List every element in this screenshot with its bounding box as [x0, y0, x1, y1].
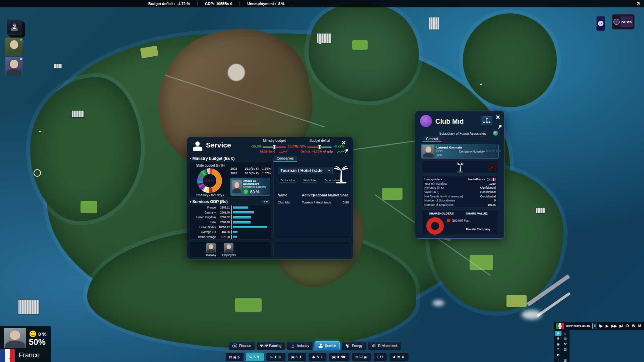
map-mode-icon[interactable]: ⚒	[562, 342, 569, 347]
map-marker-plus[interactable]: +	[319, 41, 321, 46]
close-icon[interactable]: ×	[341, 139, 346, 146]
map-mode-icon[interactable]: ◉	[555, 342, 561, 347]
toolbar-group[interactable]: ▤◉$	[225, 353, 244, 361]
ministry-budget-slider[interactable]	[263, 146, 286, 148]
gdp-country-label: Average EU	[190, 230, 216, 234]
toolbar-group[interactable]: ▣⌂✚	[288, 353, 306, 361]
active-country-flag-button[interactable]: Italy	[556, 323, 564, 329]
ceo-card[interactable]: Laurent Garmain CEO 12% Company Notoriet…	[421, 144, 499, 159]
slider-handle[interactable]	[319, 145, 320, 149]
person-shortcut[interactable]: Employers	[222, 243, 235, 257]
globe-icon[interactable]	[493, 131, 498, 136]
player-portrait[interactable]	[4, 328, 26, 348]
map-mode-icon[interactable]: ▥	[562, 336, 569, 341]
close-icon[interactable]: ×	[496, 114, 500, 121]
gdp-bar	[233, 236, 237, 238]
time-control-button[interactable]: W	[631, 323, 636, 329]
map-mode-icon[interactable]: ⊡	[562, 347, 569, 352]
slider-handle[interactable]	[274, 145, 275, 149]
ministry-tab-label: Industry	[297, 344, 309, 348]
tab-general[interactable]: General	[423, 136, 441, 142]
advisor-portrait-diplomat[interactable]: ×	[5, 57, 23, 76]
toolbar-group[interactable]: ⊕☮◉	[352, 353, 371, 361]
info-chip-button[interactable]: Sector Infos	[278, 178, 298, 183]
ministry-tab[interactable]: ⊕ Environment.	[368, 341, 402, 350]
phone-news-icon[interactable]: TX	[596, 16, 605, 31]
person-shortcut[interactable]: Railway	[206, 243, 216, 257]
gdp-country-label: India	[190, 221, 216, 224]
service-panel-tab[interactable]: Companies	[273, 156, 297, 162]
time-control-button[interactable]: I▶	[598, 323, 603, 329]
minister-card[interactable]: Arnaud Le Bourgmestre Minister for econo…	[230, 178, 270, 196]
toolbar-group[interactable]: ▣♜☎	[329, 353, 350, 361]
ministry-tab[interactable]: $ Finance	[229, 341, 255, 350]
budget-deficit-slider[interactable]	[307, 146, 332, 148]
map-marker-plus[interactable]: +	[480, 82, 482, 87]
pin-icon[interactable]	[497, 124, 502, 129]
state-budget-pie-chart[interactable]: 3.4 %	[197, 168, 222, 193]
info-value: 10156	[488, 203, 496, 206]
company-row[interactable]: Club Mid Tourism / Hotel trade 0.58	[274, 200, 352, 206]
ministry-tab-label: Environment.	[378, 344, 398, 348]
gdp-row: France 2109.21	[190, 205, 269, 210]
close-icon[interactable]: ×	[20, 38, 22, 42]
time-control-button[interactable]: II	[592, 323, 597, 329]
tv-news-icon[interactable]: NEWS	[612, 14, 635, 29]
ministry-tab[interactable]: ΨΨΨ Farming	[257, 341, 285, 350]
map-marker-plus[interactable]: +	[39, 129, 41, 134]
gdp-value: 2391.20	[216, 221, 230, 224]
map-mode-icon[interactable]: ⊕	[555, 331, 561, 336]
settings-gear-icon[interactable]: ⚙	[636, 1, 641, 7]
toolbar-group-icons: ▣⌂✚	[291, 355, 303, 359]
mood-smiley-icon	[30, 330, 36, 337]
ministry-tab[interactable]: ↯ Energy	[341, 341, 366, 350]
budget-year-row: 2023 16.3(Bs €) 1.39%	[230, 166, 271, 171]
map-city-cluster	[72, 111, 84, 117]
time-control-button[interactable]: ▶	[605, 323, 609, 329]
toolbar-group[interactable]: ⚖★⚔	[266, 353, 286, 361]
time-controls: II I▶ ▶ ▶▶ ▶I D W M	[592, 323, 642, 329]
gdp-bar-track	[231, 205, 269, 210]
gdp-bar	[233, 221, 251, 224]
chart-toggle[interactable]	[262, 200, 270, 203]
company-detail-panel: Club Mid × Subsidiary of Fuson Associate…	[415, 111, 504, 239]
toolbar-group[interactable]: ☻✎♪	[308, 353, 327, 361]
ministry-tab[interactable]: ⌂ Industry	[287, 341, 313, 350]
shareholders-title: SHAREHOLDERS	[429, 212, 454, 215]
sector-dropdown[interactable]: Tourism / Hotel trade ▼	[278, 167, 333, 174]
map-mode-icon[interactable]	[562, 352, 569, 357]
time-control-button[interactable]: ▶I	[619, 323, 624, 329]
ministry-people-footer: Railway Employers	[189, 242, 271, 258]
top-stat: Budget deficit : -4.72 %	[141, 1, 198, 6]
time-control-button[interactable]: M	[637, 323, 642, 329]
close-icon[interactable]: ×	[20, 57, 22, 61]
map-field	[352, 40, 368, 50]
region-icon[interactable]	[487, 178, 490, 181]
org-chart-button[interactable]	[481, 116, 492, 125]
map-mode-icon[interactable]: ⌂	[562, 331, 569, 336]
ministry-tab[interactable]: Service	[315, 341, 340, 350]
toolbar-group[interactable]: ♟⚑♛	[389, 353, 409, 361]
map-mode-icon[interactable]: ▦	[562, 358, 569, 362]
time-control-button[interactable]: D	[625, 323, 630, 329]
pin-icon[interactable]	[343, 148, 348, 154]
toolbar-group[interactable]: EU	[373, 353, 387, 361]
map-mode-icon[interactable]: ☂	[555, 347, 561, 352]
player-country[interactable]: France	[19, 351, 40, 359]
time-control-button[interactable]: ▶▶	[611, 323, 618, 329]
gdp-row: United Kingdom 2357.62	[190, 215, 269, 220]
advisor-portrait-military[interactable]: ×	[5, 38, 23, 56]
footer-people: Railway Employers	[190, 243, 252, 257]
shareholders-pie-chart[interactable]	[426, 217, 444, 235]
map-mode-icon[interactable]: ♜	[555, 336, 561, 341]
pending-events-badge[interactable]: 2	[7, 19, 22, 35]
info-chip-button[interactable]: World Info	[301, 178, 318, 183]
company-name: Club Mid	[278, 200, 290, 204]
map-mode-icon[interactable]: +	[555, 358, 561, 362]
map-field	[506, 295, 527, 307]
ukraine-flag	[17, 71, 22, 75]
gdp-bar-track	[231, 225, 269, 229]
map-mode-icon[interactable]: ☛	[555, 352, 561, 357]
pending-events-count: 2	[13, 24, 16, 30]
toolbar-group[interactable]: Ψ⌂↯	[246, 353, 264, 361]
